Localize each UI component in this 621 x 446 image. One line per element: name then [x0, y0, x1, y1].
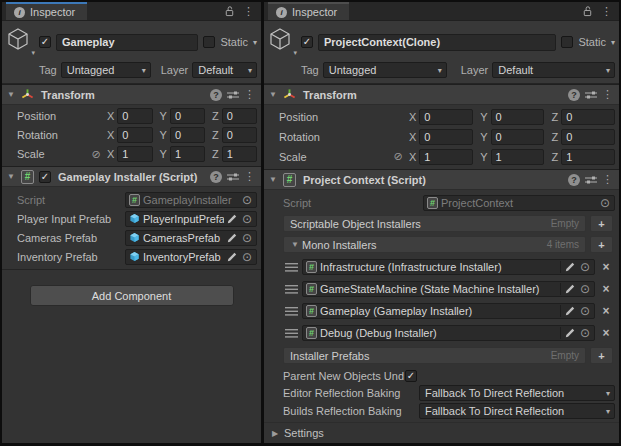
- help-icon[interactable]: ?: [210, 89, 222, 101]
- foldout-icon[interactable]: ▼: [268, 175, 278, 184]
- static-checkbox[interactable]: [561, 36, 573, 48]
- remove-item-icon[interactable]: ×: [599, 326, 613, 340]
- rotation-x-field[interactable]: 0: [117, 127, 152, 143]
- presets-icon[interactable]: [227, 172, 239, 182]
- object-picker-icon[interactable]: ⊙: [578, 327, 592, 339]
- layer-dropdown[interactable]: Default ▾: [492, 62, 615, 78]
- tab-inspector[interactable]: i Inspector: [6, 2, 87, 20]
- drag-handle-icon[interactable]: [285, 263, 298, 272]
- active-checkbox[interactable]: ✓: [301, 36, 313, 48]
- cameras-prefab-field[interactable]: CamerasPrefab ⊙: [125, 230, 257, 246]
- static-dropdown-icon[interactable]: ▾: [253, 38, 257, 47]
- help-icon[interactable]: ?: [568, 174, 580, 186]
- scale-y-field[interactable]: 1: [170, 146, 205, 162]
- player-input-prefab-field[interactable]: PlayerInputPrefab ⊙: [125, 211, 257, 227]
- position-z-field[interactable]: 0: [222, 108, 257, 124]
- unlock-icon[interactable]: [582, 5, 593, 17]
- object-picker-icon[interactable]: ⊙: [240, 213, 254, 225]
- link-scale-icon[interactable]: ⊘: [391, 150, 405, 163]
- component-menu-icon[interactable]: ⋮: [244, 171, 255, 182]
- gameobject-name-field[interactable]: ProjectContext(Clone): [318, 34, 556, 51]
- settings-foldout[interactable]: ▶ Settings: [264, 422, 619, 443]
- object-picker-icon[interactable]: ⊙: [240, 194, 254, 206]
- installer-object-field[interactable]: Debug (Debug Installer) ⊙: [302, 325, 595, 341]
- scale-y-field[interactable]: 1: [491, 149, 545, 165]
- position-y-field[interactable]: 0: [491, 109, 545, 125]
- transform-header[interactable]: ▼ Transform ? ⋮: [264, 84, 619, 105]
- edit-pencil-icon[interactable]: [227, 252, 237, 262]
- rotation-z-field[interactable]: 0: [222, 127, 257, 143]
- component-menu-icon[interactable]: ⋮: [602, 174, 613, 185]
- rotation-y-field[interactable]: 0: [170, 127, 205, 143]
- builds-reflection-baking-dropdown[interactable]: Fallback To Direct Reflection ▾: [419, 403, 615, 419]
- remove-item-icon[interactable]: ×: [599, 282, 613, 296]
- add-component-button[interactable]: Add Component: [30, 285, 234, 306]
- layer-dropdown[interactable]: Default ▾: [192, 62, 257, 78]
- scale-z-field[interactable]: 1: [222, 146, 257, 162]
- panel-menu-icon[interactable]: ⋮: [601, 6, 612, 17]
- static-checkbox[interactable]: [203, 36, 215, 48]
- edit-pencil-icon[interactable]: [565, 306, 575, 316]
- gameobject-name-field[interactable]: Gameplay: [56, 34, 198, 51]
- presets-icon[interactable]: [585, 175, 597, 185]
- installer-object-field[interactable]: GameStateMachine (State Machine Installe…: [302, 281, 595, 297]
- parent-new-objects-checkbox[interactable]: ✓: [405, 370, 417, 382]
- gameplay-installer-header[interactable]: ▼ ✓ Gameplay Installer (Script) ? ⋮: [2, 166, 261, 187]
- editor-reflection-baking-dropdown[interactable]: Fallback To Direct Reflection ▾: [419, 385, 615, 401]
- tag-dropdown[interactable]: Untagged ▾: [61, 62, 151, 78]
- drag-handle-icon[interactable]: [285, 285, 298, 294]
- component-menu-icon[interactable]: ⋮: [602, 89, 613, 100]
- script-object-field[interactable]: GameplayInstaller ⊙: [125, 192, 257, 208]
- help-icon[interactable]: ?: [210, 171, 222, 183]
- remove-item-icon[interactable]: ×: [599, 304, 613, 318]
- drag-handle-icon[interactable]: [285, 329, 298, 338]
- scale-x-field[interactable]: 1: [419, 149, 473, 165]
- gameobject-icon[interactable]: ▾: [268, 27, 296, 57]
- foldout-icon[interactable]: ▼: [6, 90, 16, 99]
- position-x-field[interactable]: 0: [117, 108, 152, 124]
- foldout-icon[interactable]: ▼: [268, 90, 278, 99]
- help-icon[interactable]: ?: [568, 89, 580, 101]
- presets-icon[interactable]: [585, 90, 597, 100]
- presets-icon[interactable]: [227, 90, 239, 100]
- add-item-button[interactable]: +: [590, 236, 613, 253]
- position-z-field[interactable]: 0: [561, 109, 615, 125]
- foldout-icon[interactable]: ▼: [6, 172, 16, 181]
- scale-x-field[interactable]: 1: [117, 146, 152, 162]
- edit-pencil-icon[interactable]: [227, 214, 237, 224]
- tab-inspector[interactable]: i Inspector: [268, 2, 349, 20]
- project-context-header[interactable]: ▼ Project Context (Script) ? ⋮: [264, 169, 619, 190]
- active-checkbox[interactable]: ✓: [39, 36, 51, 48]
- edit-pencil-icon[interactable]: [565, 262, 575, 272]
- edit-pencil-icon[interactable]: [565, 328, 575, 338]
- object-picker-icon[interactable]: ⊙: [598, 197, 612, 209]
- foldout-icon[interactable]: ▼: [290, 240, 300, 249]
- position-x-field[interactable]: 0: [419, 109, 473, 125]
- edit-pencil-icon[interactable]: [565, 284, 575, 294]
- drag-handle-icon[interactable]: [285, 307, 298, 316]
- add-item-button[interactable]: +: [590, 347, 613, 364]
- edit-pencil-icon[interactable]: [227, 233, 237, 243]
- remove-item-icon[interactable]: ×: [599, 260, 613, 274]
- gameobject-icon[interactable]: ▾: [6, 27, 34, 57]
- scriptable-object-installers-bar[interactable]: Scriptable Object Installers Empty: [283, 215, 586, 232]
- position-y-field[interactable]: 0: [170, 108, 205, 124]
- rotation-x-field[interactable]: 0: [419, 129, 473, 145]
- add-item-button[interactable]: +: [590, 215, 613, 232]
- panel-menu-icon[interactable]: ⋮: [243, 6, 254, 17]
- script-object-field[interactable]: ProjectContext ⊙: [423, 195, 615, 211]
- object-picker-icon[interactable]: ⊙: [578, 305, 592, 317]
- scale-z-field[interactable]: 1: [561, 149, 615, 165]
- tag-dropdown[interactable]: Untagged ▾: [323, 62, 447, 78]
- inventory-prefab-field[interactable]: InventoryPrefab ⊙: [125, 249, 257, 265]
- object-picker-icon[interactable]: ⊙: [578, 283, 592, 295]
- mono-installers-bar[interactable]: ▼ Mono Installers 4 items: [283, 236, 586, 253]
- rotation-z-field[interactable]: 0: [561, 129, 615, 145]
- installer-object-field[interactable]: Infrastructure (Infrastructure Installer…: [302, 259, 595, 275]
- object-picker-icon[interactable]: ⊙: [240, 251, 254, 263]
- static-dropdown-icon[interactable]: ▾: [611, 38, 615, 47]
- component-menu-icon[interactable]: ⋮: [244, 89, 255, 100]
- object-picker-icon[interactable]: ⊙: [578, 261, 592, 273]
- installer-object-field[interactable]: Gameplay (Gameplay Installer) ⊙: [302, 303, 595, 319]
- transform-header[interactable]: ▼ Transform ? ⋮: [2, 84, 261, 105]
